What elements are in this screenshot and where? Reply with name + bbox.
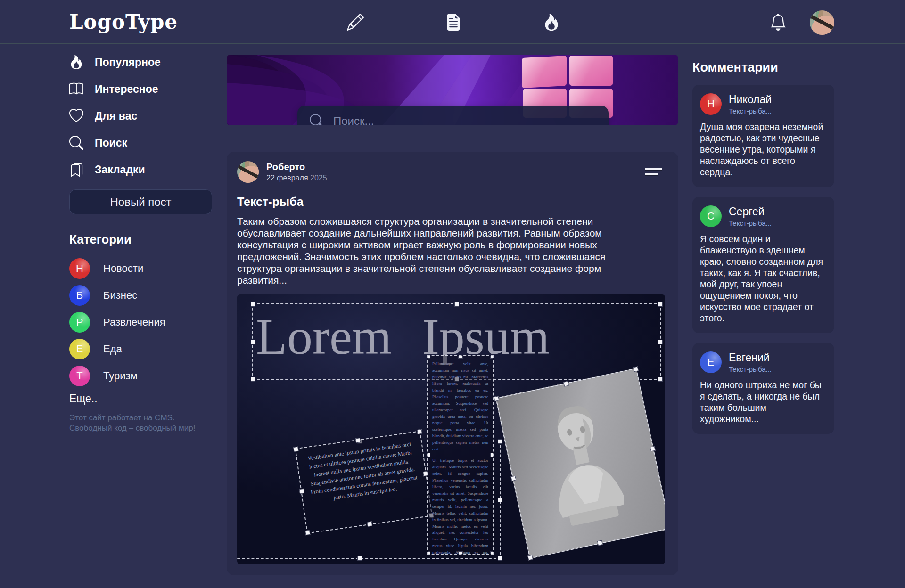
more-link[interactable]: Еще.. — [69, 392, 215, 405]
post-date-day: 22 февраля — [266, 174, 308, 182]
comment-card: С Сергей Текст-рыба... Я совсем один и б… — [692, 197, 834, 333]
heart-icon — [69, 109, 83, 123]
avatar-photo — [810, 10, 834, 35]
post-date: 22 февраля 2025 — [266, 174, 327, 182]
selection-handle — [367, 521, 372, 526]
comment-card: Н Николай Текст-рыба... Душа моя озарена… — [692, 85, 834, 187]
search-icon — [69, 136, 83, 150]
selection-handle — [427, 355, 430, 359]
sidebar: Популярное Интересное Для вас Поиск Закл… — [69, 53, 215, 433]
selection-handle — [658, 340, 663, 344]
comment-header[interactable]: Е Евгений Текст-рыба... — [700, 351, 827, 373]
sidebar-item-interesting[interactable]: Интересное — [69, 80, 215, 98]
selection-handle — [299, 488, 304, 493]
canvas-rotated-text: Vestibulum ante ipsum primis in faucibus… — [303, 439, 422, 505]
search-icon — [310, 114, 324, 125]
categories-title: Категории — [69, 232, 215, 247]
menu-bar-icon — [645, 168, 662, 170]
selection-handle — [427, 453, 430, 457]
post-card: Роберто 22 февраля 2025 Текст-рыба Таким… — [227, 152, 678, 575]
category-badge: Е — [69, 339, 90, 359]
post-date-year: 2025 — [310, 174, 327, 182]
category-badge: Т — [69, 366, 90, 386]
selection-handle — [498, 556, 502, 561]
comment-header[interactable]: С Сергей Текст-рыба... — [700, 205, 827, 227]
comment-body: Душа моя озарена неземной радостью, как … — [700, 121, 827, 178]
category-entertainment[interactable]: Р Развлечения — [69, 312, 215, 333]
logo[interactable]: LogoType — [69, 10, 178, 33]
selection-handle — [454, 302, 459, 307]
main-column: Роберто 22 февраля 2025 Текст-рыба Таким… — [227, 55, 678, 575]
new-post-pencil-icon[interactable] — [346, 12, 365, 32]
windows-pane — [569, 56, 613, 86]
search-input[interactable] — [333, 114, 596, 125]
sidebar-item-bookmarks[interactable]: Закладки — [69, 160, 215, 179]
selection-handle — [251, 340, 255, 344]
post-body: Таким образом сложившаяся структура орга… — [237, 215, 652, 286]
category-label: Бизнес — [103, 289, 137, 302]
sidebar-item-search[interactable]: Поиск — [69, 133, 215, 152]
selection-handle — [490, 551, 494, 555]
selection-handle — [251, 302, 255, 307]
category-tourism[interactable]: Т Туризм — [69, 366, 215, 386]
comment-avatar: С — [700, 205, 722, 227]
selection-handle — [527, 555, 533, 561]
category-label: Новости — [103, 262, 143, 275]
selection-handle — [658, 377, 663, 382]
category-news[interactable]: Н Новости — [69, 258, 215, 279]
sidebar-item-popular[interactable]: Популярное — [69, 53, 215, 72]
categories-list: Н Новости Б Бизнес Р Развлечения Е Еда Т… — [69, 258, 215, 386]
selection-handle — [427, 551, 430, 555]
comment-subtitle: Текст-рыба... — [729, 219, 772, 227]
document-icon — [445, 14, 462, 31]
sidebar-item-label: Популярное — [95, 56, 161, 69]
notifications-button[interactable] — [768, 12, 788, 32]
search-bar[interactable] — [297, 106, 609, 125]
menu-bar-icon — [645, 173, 658, 175]
comment-avatar: Н — [700, 93, 722, 115]
documents-button[interactable] — [444, 12, 463, 32]
selection-handle — [357, 556, 362, 561]
post-image-design-editor: Lorem Ipsum Vestibulum ante ipsum primis… — [237, 294, 665, 564]
category-badge: Р — [69, 312, 90, 333]
post-menu-button[interactable] — [645, 168, 662, 175]
selection-handle — [417, 429, 422, 434]
selection-handle — [458, 355, 463, 359]
fire-icon — [69, 55, 83, 69]
selection-handle — [305, 530, 310, 535]
header-banner — [227, 55, 678, 125]
comment-card: Е Евгений Текст-рыба... Ни одного штриха… — [692, 343, 834, 434]
selection-handle — [498, 498, 502, 502]
sidebar-item-for-you[interactable]: Для вас — [69, 106, 215, 125]
canvas-column-paragraph: Ut tristique turpis et auctor aliquam. M… — [432, 457, 488, 555]
user-avatar[interactable] — [810, 10, 834, 35]
comment-header[interactable]: Н Николай Текст-рыба... — [700, 93, 827, 115]
windows-pane — [522, 56, 567, 88]
sidebar-item-label: Поиск — [95, 137, 127, 149]
post-author-name[interactable]: Роберто — [266, 162, 327, 172]
canvas-column-paragraph: Pellentesque velit ante, accumsan non ri… — [432, 361, 488, 453]
canvas-bust-photo — [495, 368, 665, 559]
popular-button[interactable] — [542, 12, 561, 32]
comment-avatar: Е — [700, 351, 722, 373]
post-author-avatar[interactable] — [237, 161, 259, 183]
new-post-button[interactable]: Новый пост — [69, 189, 212, 214]
category-business[interactable]: Б Бизнес — [69, 285, 215, 306]
comment-subtitle: Текст-рыба... — [729, 365, 772, 373]
category-food[interactable]: Е Еда — [69, 339, 215, 359]
comment-author[interactable]: Евгений — [729, 351, 772, 364]
comment-author[interactable]: Николай — [729, 93, 772, 106]
selection-handle — [355, 438, 360, 443]
footer-line-1: Этот сайт работает на CMS. — [69, 413, 215, 423]
category-badge: Б — [69, 285, 90, 306]
post-header: Роберто 22 февраля 2025 — [237, 161, 665, 183]
category-label: Туризм — [103, 370, 138, 382]
canvas-rotated-text-block: Vestibulum ante ipsum primis in faucibus… — [295, 431, 433, 534]
comment-author[interactable]: Сергей — [729, 205, 772, 218]
category-badge: Н — [69, 258, 90, 279]
footer-line-2: Свободный код – свободный мир! — [69, 423, 215, 433]
bust-statue-image — [514, 382, 652, 545]
post-author-block: Роберто 22 февраля 2025 — [266, 162, 327, 182]
fire-icon — [543, 14, 560, 31]
category-label: Еда — [103, 343, 122, 355]
